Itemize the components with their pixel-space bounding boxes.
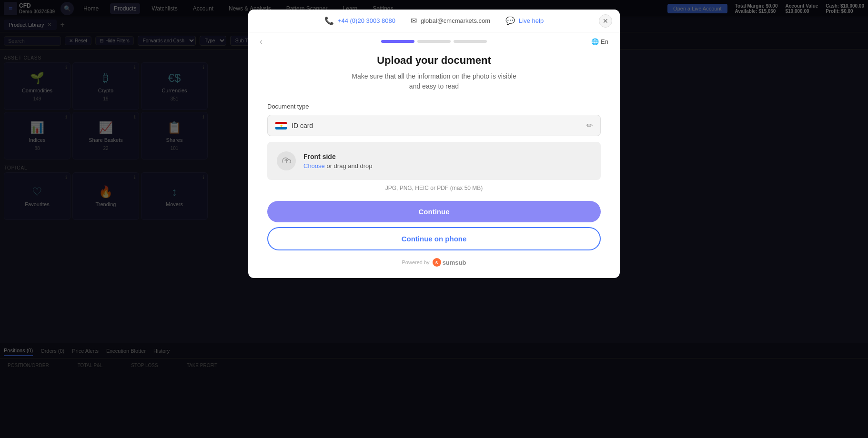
modal-contact-bar: 📞 +44 (0)20 3003 8080 ✉ global@cmcmarket… [248,10,620,32]
doc-type-value: ID card [292,122,313,129]
upload-text: Front side Choose or drag and drop [303,153,591,169]
chat-icon: 💬 [505,16,515,25]
continue-button[interactable]: Continue [267,201,601,222]
modal-progress-section: ‹ 🌐 En [248,32,620,50]
sumsub-branding: Powered by s sumsub [267,258,601,267]
modal-title: Upload your document [267,54,601,67]
email-address: global@cmcmarkets.com [421,17,490,24]
phone-number: +44 (0)20 3003 8080 [338,17,395,24]
upload-choose-text: Choose or drag and drop [303,162,591,169]
edit-doc-type-icon[interactable]: ✏ [586,121,593,130]
language-label: En [601,38,608,45]
upload-cloud-icon [277,151,296,170]
upload-area[interactable]: Front side Choose or drag and drop [267,142,601,180]
upload-title: Front side [303,153,591,160]
phone-contact[interactable]: 📞 +44 (0)20 3003 8080 [324,16,395,25]
sumsub-name: sumsub [443,259,466,266]
language-selector[interactable]: 🌐 En [591,38,608,45]
globe-icon: 🌐 [591,38,599,45]
modal-overlay: 📞 +44 (0)20 3003 8080 ✉ global@cmcmarket… [0,0,868,438]
back-button[interactable]: ‹ [260,37,262,47]
modal-close-button[interactable]: ✕ [599,14,612,28]
progress-step-1 [381,40,414,43]
continue-on-phone-button[interactable]: Continue on phone [267,227,601,250]
country-flag-icon [275,122,287,129]
live-help-label: Live help [519,17,544,24]
email-icon: ✉ [411,16,417,25]
modal-subtitle: Make sure that all the information on th… [267,71,601,91]
doc-type-label: Document type [267,103,601,110]
choose-file-link[interactable]: Choose [303,162,325,169]
doc-type-left: ID card [275,122,313,129]
doc-type-selector[interactable]: ID card ✏ [267,115,601,136]
drag-drop-text: or drag and drop [326,162,372,169]
powered-by-text: Powered by [402,259,430,265]
email-contact[interactable]: ✉ global@cmcmarkets.com [411,16,490,25]
sumsub-logo-icon: s [433,258,441,267]
progress-step-2 [417,40,451,43]
live-help-contact[interactable]: 💬 Live help [505,16,544,25]
progress-indicator [381,40,487,43]
upload-formats: JPG, PNG, HEIC or PDF (max 50 MB) [267,185,601,191]
sumsub-logo: s sumsub [433,258,466,267]
modal-body: Upload your document Make sure that all … [248,50,620,278]
progress-step-3 [454,40,487,43]
upload-document-modal: 📞 +44 (0)20 3003 8080 ✉ global@cmcmarket… [248,10,620,278]
phone-icon: 📞 [324,16,334,25]
